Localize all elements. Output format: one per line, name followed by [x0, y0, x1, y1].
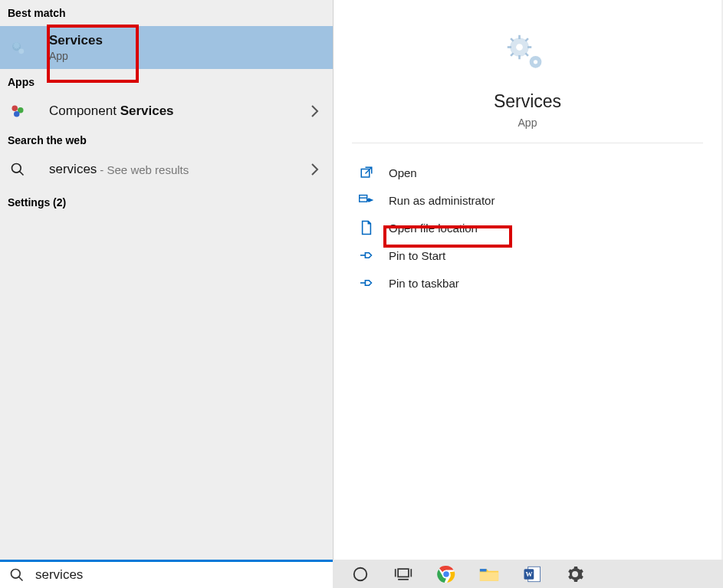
- file-location-icon: [357, 220, 376, 235]
- svg-line-16: [525, 38, 528, 41]
- action-label: Pin to taskbar: [389, 277, 459, 290]
- search-bar[interactable]: [0, 560, 333, 588]
- svg-point-18: [534, 60, 537, 64]
- apps-item-prefix: Component: [49, 103, 120, 118]
- pin-icon: [357, 248, 376, 263]
- services-icon: [9, 39, 26, 56]
- word-icon[interactable]: W: [511, 560, 554, 588]
- svg-rect-31: [480, 572, 498, 580]
- apps-heading: Apps: [0, 69, 333, 95]
- svg-line-22: [19, 577, 23, 581]
- settings-gear-icon[interactable]: [554, 560, 596, 588]
- action-pin-taskbar[interactable]: Pin to taskbar: [344, 269, 711, 297]
- taskbar: W: [333, 560, 723, 588]
- svg-text:W: W: [525, 570, 532, 578]
- svg-line-15: [511, 53, 514, 56]
- action-open[interactable]: Open: [344, 159, 711, 186]
- results-pane: Best match Services App Apps Component S…: [0, 0, 333, 560]
- search-icon: [9, 161, 26, 178]
- svg-point-21: [12, 570, 21, 579]
- action-label: Run as administrator: [389, 194, 495, 207]
- component-services-icon: [9, 103, 26, 120]
- svg-line-13: [511, 38, 514, 41]
- action-label: Open: [389, 166, 417, 179]
- search-icon: [0, 567, 34, 583]
- detail-header: Services App: [352, 0, 703, 143]
- result-subtitle: App: [49, 50, 103, 62]
- result-component-services[interactable]: Component Services: [0, 95, 333, 127]
- search-input[interactable]: [34, 561, 333, 588]
- svg-point-2: [12, 106, 18, 112]
- action-pin-start[interactable]: Pin to Start: [344, 241, 711, 269]
- services-large-icon: [506, 34, 549, 79]
- action-label: Open file location: [389, 222, 478, 235]
- svg-rect-32: [480, 569, 487, 571]
- svg-line-14: [525, 53, 528, 56]
- action-label: Pin to Start: [389, 249, 445, 262]
- action-run-admin[interactable]: Run as administrator: [344, 186, 711, 214]
- svg-rect-24: [398, 569, 409, 577]
- svg-point-1: [18, 48, 24, 54]
- svg-point-8: [516, 44, 523, 51]
- chevron-right-icon[interactable]: [310, 104, 319, 118]
- svg-point-23: [354, 567, 367, 580]
- best-match-heading: Best match: [0, 0, 333, 26]
- svg-line-6: [20, 172, 24, 176]
- web-suffix: - See web results: [100, 163, 189, 176]
- result-title: Services: [49, 33, 103, 48]
- cortana-icon[interactable]: [339, 560, 382, 588]
- open-icon: [357, 165, 376, 180]
- task-view-icon[interactable]: [382, 560, 425, 588]
- detail-pane: Services App Open Run as administrator O…: [333, 0, 721, 560]
- detail-title: Services: [494, 91, 561, 112]
- chevron-right-icon[interactable]: [310, 163, 319, 176]
- action-open-location[interactable]: Open file location: [344, 214, 711, 241]
- svg-point-5: [12, 164, 21, 173]
- shield-run-icon: [357, 192, 376, 208]
- apps-item-bold: Services: [120, 103, 174, 118]
- chrome-icon[interactable]: [425, 560, 468, 588]
- pin-icon: [357, 275, 376, 291]
- svg-point-4: [14, 111, 20, 117]
- result-search-web[interactable]: services - See web results: [0, 153, 333, 186]
- search-web-heading: Search the web: [0, 127, 333, 153]
- file-explorer-icon[interactable]: [468, 560, 511, 588]
- detail-subtitle: App: [518, 117, 537, 129]
- web-query: services: [49, 162, 97, 177]
- settings-heading[interactable]: Settings (2): [0, 186, 333, 215]
- svg-rect-20: [360, 195, 367, 202]
- result-services-app[interactable]: Services App: [0, 26, 333, 69]
- actions-list: Open Run as administrator Open file loca…: [334, 143, 721, 312]
